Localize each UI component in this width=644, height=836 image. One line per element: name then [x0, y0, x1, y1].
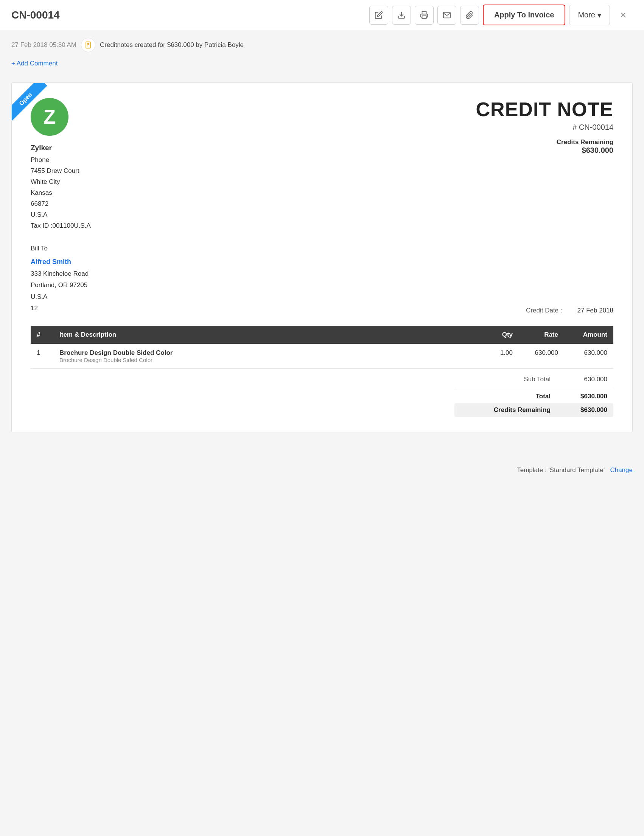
subtotal-label: Sub Total [461, 376, 562, 383]
toolbar: Apply To Invoice More ▾ × [369, 5, 633, 25]
credits-remaining-total-label: Credits Remaining [461, 406, 562, 414]
items-table: # Item & Description Qty Rate Amount 1 B… [31, 326, 613, 369]
item-name: Brochure Design Double Sided Color [59, 349, 475, 357]
col-rate: Rate [519, 326, 564, 344]
subtotal-value: 630.000 [562, 376, 607, 383]
activity-icon [81, 38, 95, 52]
footer-section: Template : 'Standard Template' Change [0, 459, 644, 482]
credits-remaining-row: Credits Remaining $630.000 [454, 403, 613, 417]
table-row: 1 Brochure Design Double Sided Color Bro… [31, 344, 613, 369]
template-label: Template : 'Standard Template' [517, 466, 605, 474]
doc-header: Z Zylker Phone 7455 Drew Court White Cit… [31, 98, 613, 232]
apply-to-invoice-button[interactable]: Apply To Invoice [483, 5, 566, 25]
row-rate: 630.000 [519, 344, 564, 369]
totals-section: Sub Total 630.000 Total $630.000 Credits… [31, 372, 613, 417]
customer-extra: 12 [31, 303, 88, 314]
customer-country: U.S.A [31, 291, 88, 303]
chevron-down-icon: ▾ [597, 11, 601, 20]
col-num: # [31, 326, 53, 344]
doc-number: # CN-00014 [476, 123, 613, 132]
document-title: CN-00014 [11, 9, 369, 21]
company-city: White City [31, 177, 91, 188]
close-button[interactable]: × [614, 6, 633, 24]
add-comment-link[interactable]: + Add Comment [11, 60, 57, 67]
company-tax-id: Tax ID :001100U.S.A [31, 220, 91, 232]
row-qty: 1.00 [481, 344, 519, 369]
bill-section: Bill To Alfred Smith 333 Kincheloe Road … [31, 243, 613, 314]
credit-date-label: Credit Date : [526, 307, 562, 314]
credit-date-value: 27 Feb 2018 [577, 307, 613, 314]
edit-button[interactable] [369, 6, 388, 24]
company-phone: Phone [31, 155, 91, 166]
download-button[interactable] [392, 6, 411, 24]
credit-date-section: Credit Date : 27 Feb 2018 [526, 243, 613, 314]
company-info: Zylker Phone 7455 Drew Court White City … [31, 142, 91, 232]
item-desc: Brochure Design Double Sided Color [59, 357, 475, 363]
row-item: Brochure Design Double Sided Color Broch… [53, 344, 481, 369]
subtotal-row: Sub Total 630.000 [454, 372, 613, 386]
activity-text: Creditnotes created for $630.000 by Patr… [100, 41, 244, 49]
company-state: Kansas [31, 188, 91, 199]
attachment-button[interactable] [460, 6, 479, 24]
customer-name: Alfred Smith [31, 256, 88, 268]
credit-note-heading: CREDIT NOTE [476, 98, 613, 121]
activity-bar: 27 Feb 2018 05:30 AM Creditnotes created… [0, 30, 644, 56]
company-country: U.S.A [31, 209, 91, 220]
row-num: 1 [31, 344, 53, 369]
customer-address1: 333 Kincheloe Road [31, 268, 88, 280]
change-template-link[interactable]: Change [610, 466, 633, 474]
activity-timestamp: 27 Feb 2018 05:30 AM [11, 41, 77, 49]
bill-to-section: Bill To Alfred Smith 333 Kincheloe Road … [31, 243, 88, 314]
doc-title-section: CREDIT NOTE # CN-00014 Credits Remaining… [476, 98, 613, 155]
col-qty: Qty [481, 326, 519, 344]
customer-address2: Portland, OR 97205 [31, 279, 88, 291]
credits-remaining-label: Credits Remaining [476, 139, 613, 146]
status-badge: Open [12, 83, 47, 121]
document-card: Open Z Zylker Phone 7455 Drew Court Whit… [11, 82, 633, 433]
total-row: Total $630.000 [454, 390, 613, 403]
document-wrapper: Open Z Zylker Phone 7455 Drew Court Whit… [0, 75, 644, 447]
top-bar: CN-00014 [0, 0, 644, 30]
bill-to-label: Bill To [31, 243, 88, 255]
col-item: Item & Description [53, 326, 481, 344]
email-button[interactable] [437, 6, 456, 24]
credits-remaining-value: $630.000 [476, 146, 613, 155]
credits-remaining-total-value: $630.000 [562, 406, 607, 414]
company-name: Zylker [31, 142, 91, 154]
col-amount: Amount [564, 326, 613, 344]
company-address1: 7455 Drew Court [31, 166, 91, 177]
more-button[interactable]: More ▾ [569, 5, 610, 25]
status-ribbon: Open [12, 83, 57, 128]
svg-rect-1 [422, 16, 426, 18]
print-button[interactable] [415, 6, 434, 24]
add-comment-section: + Add Comment [0, 56, 644, 75]
company-zip: 66872 [31, 199, 91, 209]
total-value: $630.000 [562, 393, 607, 400]
row-amount: 630.000 [564, 344, 613, 369]
total-label: Total [461, 393, 562, 400]
